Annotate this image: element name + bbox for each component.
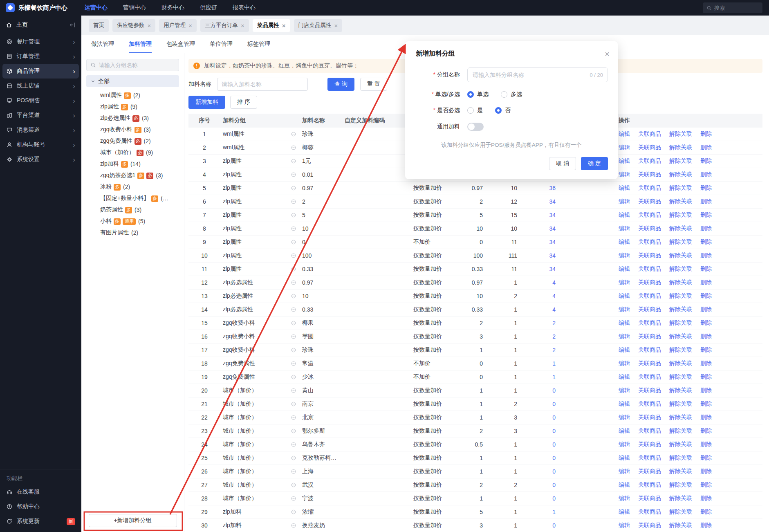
delete-link[interactable]: 删除 — [700, 265, 712, 273]
edit-link[interactable]: 编辑 — [619, 495, 630, 502]
delete-link[interactable]: 删除 — [700, 468, 712, 475]
tree-item[interactable]: 冰粉 多 (2) — [86, 181, 179, 193]
edit-link[interactable]: 编辑 — [619, 252, 630, 259]
unrelate-link[interactable]: 解除关联 — [669, 144, 692, 151]
edit-link[interactable]: 编辑 — [619, 400, 630, 408]
topnav-item-3[interactable]: 供应链 — [200, 4, 217, 11]
relate-product-link[interactable]: 关联商品 — [638, 400, 661, 408]
sidebar-item-settings[interactable]: 系统设置 › — [2, 152, 79, 167]
delete-link[interactable]: 删除 — [700, 225, 712, 232]
relate-product-link[interactable]: 关联商品 — [638, 184, 661, 192]
add-topping-button[interactable]: 新增加料 — [188, 96, 225, 109]
relate-product-link[interactable]: 关联商品 — [638, 211, 661, 219]
tree-item-all[interactable]: 全部 — [86, 75, 179, 87]
relate-product-link[interactable]: 关联商品 — [638, 265, 661, 273]
relate-product-link[interactable]: 关联商品 — [638, 130, 661, 138]
tree-item[interactable]: 奶茶属性 多 (3) — [86, 204, 179, 215]
delete-link[interactable]: 删除 — [700, 522, 712, 529]
linked-count-link[interactable]: 34 — [519, 212, 557, 218]
edit-link[interactable]: 编辑 — [619, 333, 630, 340]
relate-product-link[interactable]: 关联商品 — [638, 468, 661, 475]
sidebar-item-pos[interactable]: POS销售 › — [2, 93, 79, 108]
unrelate-link[interactable]: 解除关联 — [669, 252, 692, 259]
linked-count-link[interactable]: 34 — [519, 198, 557, 205]
delete-link[interactable]: 删除 — [700, 333, 712, 340]
sidebar-item-org[interactable]: 机构与账号 › — [2, 137, 79, 152]
unrelate-link[interactable]: 解除关联 — [669, 454, 692, 462]
unrelate-link[interactable]: 解除关联 — [669, 522, 692, 529]
linked-count-link[interactable]: 0 — [519, 455, 557, 461]
delete-link[interactable]: 删除 — [700, 387, 712, 394]
edit-link[interactable]: 编辑 — [619, 198, 630, 205]
unrelate-link[interactable]: 解除关联 — [669, 468, 692, 475]
unrelate-link[interactable]: 解除关联 — [669, 414, 692, 421]
delete-link[interactable]: 删除 — [700, 130, 712, 138]
relate-product-link[interactable]: 关联商品 — [638, 427, 661, 435]
linked-count-link[interactable]: 4 — [519, 279, 557, 286]
linked-count-link[interactable]: 2 — [519, 333, 557, 340]
confirm-button[interactable]: 确 定 — [581, 157, 608, 170]
edit-link[interactable]: 编辑 — [619, 373, 630, 381]
radio-required-yes[interactable]: 是 — [467, 107, 483, 114]
linked-count-link[interactable]: 34 — [519, 266, 557, 272]
unrelate-link[interactable]: 解除关联 — [669, 292, 692, 300]
unrelate-link[interactable]: 解除关联 — [669, 508, 692, 516]
tree-item[interactable]: zgq奶茶必选1 多必 (3) — [86, 170, 179, 181]
delete-link[interactable]: 删除 — [700, 184, 712, 192]
unrelate-link[interactable]: 解除关联 — [669, 481, 692, 489]
sidebar-item-store[interactable]: 线上店铺 › — [2, 79, 79, 93]
relate-product-link[interactable]: 关联商品 — [638, 144, 661, 151]
tree-item[interactable]: 有图片属性 (2) — [86, 227, 179, 238]
linked-count-link[interactable]: 36 — [519, 185, 557, 191]
unrelate-link[interactable]: 解除关联 — [669, 360, 692, 367]
unrelate-link[interactable]: 解除关联 — [669, 238, 692, 246]
linked-count-link[interactable]: 0 — [519, 482, 557, 488]
linked-count-link[interactable]: 0 — [519, 522, 557, 529]
delete-link[interactable]: 删除 — [700, 144, 712, 151]
relate-product-link[interactable]: 关联商品 — [638, 522, 661, 529]
relate-product-link[interactable]: 关联商品 — [638, 387, 661, 394]
sidebar-item-message[interactable]: 消息渠道 › — [2, 123, 79, 137]
global-search-input[interactable] — [714, 5, 755, 11]
linked-count-link[interactable]: 34 — [519, 239, 557, 245]
linked-count-link[interactable]: 0 — [519, 414, 557, 421]
subtab-2[interactable]: 包装盒管理 — [166, 35, 195, 53]
linked-count-link[interactable]: 0 — [519, 441, 557, 448]
linked-count-link[interactable]: 0 — [519, 401, 557, 407]
edit-link[interactable]: 编辑 — [619, 171, 630, 178]
edit-link[interactable]: 编辑 — [619, 306, 630, 313]
edit-link[interactable]: 编辑 — [619, 360, 630, 367]
edit-link[interactable]: 编辑 — [619, 522, 630, 529]
relate-product-link[interactable]: 关联商品 — [638, 346, 661, 354]
close-icon[interactable]: × — [334, 22, 338, 29]
relate-product-link[interactable]: 关联商品 — [638, 198, 661, 205]
edit-link[interactable]: 编辑 — [619, 414, 630, 421]
relate-product-link[interactable]: 关联商品 — [638, 373, 661, 381]
linked-count-link[interactable]: 1 — [519, 509, 557, 515]
linked-count-link[interactable]: 0 — [519, 468, 557, 475]
relate-product-link[interactable]: 关联商品 — [638, 292, 661, 300]
tree-item[interactable]: 小料 多通用 (5) — [86, 215, 179, 227]
linked-count-link[interactable]: 4 — [519, 306, 557, 313]
sidebar-footer-item[interactable]: 在线客服 — [2, 485, 79, 499]
topnav-item-4[interactable]: 报表中心 — [233, 4, 256, 11]
linked-count-link[interactable]: 0 — [519, 495, 557, 502]
unrelate-link[interactable]: 解除关联 — [669, 427, 692, 435]
tree-item[interactable]: 城市（加价） 必 (9) — [86, 147, 179, 158]
edit-link[interactable]: 编辑 — [619, 238, 630, 246]
group-search[interactable] — [86, 59, 179, 71]
subtab-0[interactable]: 做法管理 — [91, 35, 114, 53]
radio-single-choice[interactable]: 单选 — [467, 91, 489, 98]
unrelate-link[interactable]: 解除关联 — [669, 387, 692, 394]
relate-product-link[interactable]: 关联商品 — [638, 508, 661, 516]
unrelate-link[interactable]: 解除关联 — [669, 346, 692, 354]
unrelate-link[interactable]: 解除关联 — [669, 265, 692, 273]
edit-link[interactable]: 编辑 — [619, 292, 630, 300]
close-icon[interactable]: × — [148, 22, 151, 29]
unrelate-link[interactable]: 解除关联 — [669, 373, 692, 381]
relate-product-link[interactable]: 关联商品 — [638, 454, 661, 462]
unrelate-link[interactable]: 解除关联 — [669, 495, 692, 502]
tree-item[interactable]: zgq免费属性 必 (2) — [86, 135, 179, 147]
topnav-item-2[interactable]: 财务中心 — [161, 4, 184, 11]
delete-link[interactable]: 删除 — [700, 279, 712, 286]
